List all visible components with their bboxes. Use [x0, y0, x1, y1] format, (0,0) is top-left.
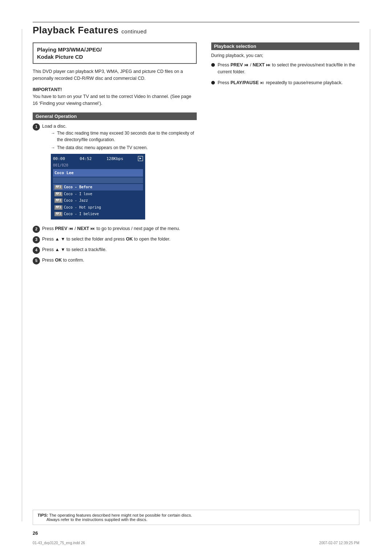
screen-bitrate: 128Kbps	[106, 156, 123, 162]
screen-item-label: Coco - Hot spring	[64, 205, 101, 210]
title-continued: continued	[122, 28, 147, 34]
arrow-icon: →	[51, 144, 55, 151]
playback-intro: During playback, you can;	[211, 53, 360, 58]
mp3-badge: MP3	[54, 198, 62, 203]
left-column: Playing MP3/WMA/JPEG/Kodak Picture CD Th…	[33, 42, 197, 267]
step-1: 1 Load a disc. → The disc reading time m…	[33, 123, 197, 222]
footer-left: 01-43_dvp3120_75_eng.indd 26	[33, 541, 85, 545]
right-column: Playback selection During playback, you …	[211, 42, 360, 267]
intro-text: This DVD player can playback MP3, WMA, J…	[33, 68, 197, 82]
tips-text: The operating features described here mi…	[37, 513, 192, 522]
step-3: 3 Press ▲ ▼ to select the folder and pre…	[33, 236, 197, 243]
arrow-icon: →	[51, 130, 55, 136]
footer-right: 2007-02-07 12:39:25 PM	[319, 541, 359, 545]
screen-time-total: 04:52	[80, 156, 92, 162]
bullet-dot-2	[211, 81, 215, 85]
screen-item-3: MP3 Coco - Hot spring	[53, 204, 143, 211]
mp3-badge: MP3	[54, 185, 62, 189]
tips-label: TIPS:	[37, 513, 48, 517]
mp3-badge: MP3	[54, 192, 62, 196]
title-text: Playback Features	[33, 25, 119, 36]
screen-time-left: 00:00	[53, 156, 65, 162]
screen-item-1: MP3 Coco - I love	[53, 191, 143, 197]
screen-highlighted-track: Coco Lee	[53, 169, 143, 177]
title-rule	[33, 22, 359, 22]
screen-blank-row	[53, 177, 143, 183]
bullet-1-text: Press PREV ⏮ / NEXT ⏭ to select the prev…	[218, 62, 360, 76]
screen-item-label: Coco - I believe	[64, 211, 99, 217]
mp3-badge: MP3	[54, 205, 62, 210]
step-3-content: Press ▲ ▼ to select the folder and press…	[42, 236, 197, 243]
step-5-content: Press OK to confirm.	[42, 257, 197, 264]
screen-item-4: MP3 Coco - I believe	[53, 211, 143, 217]
left-margin-line	[22, 29, 22, 521]
playback-selection-header: Playback selection	[211, 42, 360, 50]
mp3-badge: MP3	[54, 212, 62, 216]
step-num-5: 5	[33, 257, 40, 264]
step-num-1: 1	[33, 123, 40, 131]
step-2-content: Press PREV ⏮ / NEXT ⏭ to go to previous …	[42, 225, 197, 232]
screen-track-num: 001/020	[53, 163, 143, 168]
page: Playback Features continued Playing MP3/…	[0, 0, 392, 554]
tips-section: TIPS: The operating features described h…	[33, 510, 359, 525]
page-title: Playback Features continued	[33, 25, 359, 36]
step-1-arrow-2: → The data disc menu appears on the TV s…	[51, 144, 197, 151]
step-num-2: 2	[33, 226, 40, 233]
screen-mockup: 00:00 04:52 128Kbps ▶ 001/020 Coco Lee M…	[51, 154, 145, 219]
sub-heading-title: Playing MP3/WMA/JPEG/Kodak Picture CD	[37, 46, 192, 60]
bullet-item-2: Press PLAY/PAUSE ⏯ repeatedly to pause/r…	[211, 79, 360, 86]
step-5: 5 Press OK to confirm.	[33, 257, 197, 264]
step-num-3: 3	[33, 236, 40, 243]
sub-heading-box: Playing MP3/WMA/JPEG/Kodak Picture CD	[33, 42, 197, 64]
screen-item-2: MP3 Coco - Jazz	[53, 197, 143, 204]
bullet-2-text: Press PLAY/PAUSE ⏯ repeatedly to pause/r…	[218, 79, 343, 86]
step-1-content: Load a disc. → The disc reading time may…	[42, 123, 197, 222]
screen-item-label: Coco - I love	[64, 191, 92, 197]
step-2: 2 Press PREV ⏮ / NEXT ⏭ to go to previou…	[33, 225, 197, 233]
screen-item-label: Coco - Before	[64, 184, 92, 190]
screen-play-icon: ▶	[138, 156, 143, 161]
step-4: 4 Press ▲ ▼ to select a track/file.	[33, 246, 197, 254]
screen-item-label: Coco - Jazz	[64, 198, 88, 204]
step-num-4: 4	[33, 247, 40, 254]
screen-top-row: 00:00 04:52 128Kbps ▶	[53, 156, 143, 162]
bullet-dot-1	[211, 63, 215, 67]
page-number: 26	[33, 530, 38, 536]
important-text: You have to turn on your TV and set to t…	[33, 93, 197, 107]
bullet-item-1: Press PREV ⏮ / NEXT ⏭ to select the prev…	[211, 62, 360, 76]
screen-item-0: MP3 Coco - Before	[53, 184, 143, 190]
step-1-arrow-1: → The disc reading time may exceed 30 se…	[51, 130, 197, 143]
general-operation-header: General Operation	[33, 112, 197, 120]
two-col-layout: Playing MP3/WMA/JPEG/Kodak Picture CD Th…	[33, 42, 359, 267]
step-4-content: Press ▲ ▼ to select a track/file.	[42, 246, 197, 253]
important-label: IMPORTANT!	[33, 87, 197, 92]
right-margin-line	[370, 29, 370, 521]
